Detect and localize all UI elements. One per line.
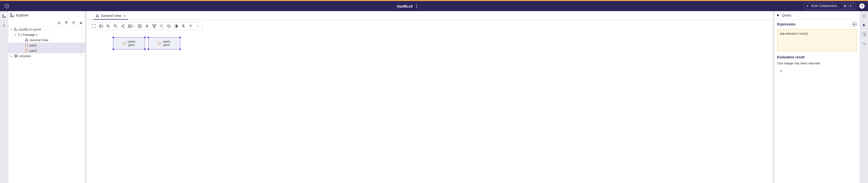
row-menu-icon[interactable]: ⋮ [79,54,85,58]
rail-explorer-icon[interactable] [1,13,7,19]
svg-rect-8 [12,16,14,17]
svg-rect-5 [5,17,6,18]
zoom-fit-icon[interactable] [99,24,103,28]
tree-label: Package 1 [23,33,78,36]
rail-link-icon[interactable] [861,41,867,47]
rail-hamburger-icon[interactable] [861,13,867,19]
row-menu-icon[interactable]: ⋮ [79,49,85,53]
chevron-right-icon[interactable]: ▸ [10,55,13,57]
chevron-down-icon[interactable]: ▾ [10,28,13,31]
row-menu-icon[interactable]: ⋮ [79,27,85,31]
object-icon [25,49,29,52]
resize-handle[interactable] [148,49,149,50]
help-icon[interactable]: ? [859,3,865,9]
resize-handle[interactable] [113,49,114,50]
run-expression-button[interactable] [852,22,857,27]
filter-tools-icon[interactable] [188,24,193,28]
svg-point-1 [416,6,417,6]
diagram-icon [25,38,29,42]
svg-rect-24 [100,26,101,27]
resize-handle[interactable] [148,36,149,38]
tree-row-part1[interactable]: part1 ⋮ [8,42,85,48]
node-stereotype: «part» [127,40,135,43]
chevron-down-icon[interactable]: ▾ [13,33,17,36]
explorer-title: Explorer [16,13,29,17]
svg-rect-7 [10,16,11,17]
query-panel: Query Expression aql:selection->size() E… [774,11,860,183]
tree-row-libraries[interactable]: ▸ Libraries ⋮ [8,53,85,59]
svg-rect-22 [98,17,99,17]
object-icon [158,42,161,45]
tree-label: part1 [30,43,78,47]
svg-rect-20 [97,14,98,15]
node-stereotype: «part» [162,40,171,43]
tree-row-package[interactable]: ▾ Package 1 ⋮ [8,32,85,37]
svg-rect-14 [27,41,28,41]
tree-row-part2[interactable]: part2 ⋮ [8,48,85,53]
sync-icon[interactable] [79,21,83,25]
run-commands-button[interactable]: RUN COMMANDS... ⌘ + K [804,3,856,10]
topbar-more-icon[interactable] [416,4,417,8]
chevron-right-icon [806,5,809,7]
svg-point-27 [123,25,124,25]
node-label: part1 [127,43,135,47]
evaluation-heading: Evaluation result [777,55,857,59]
share-icon[interactable] [121,24,125,28]
redo-arrange-icon[interactable] [159,24,164,28]
node-part1[interactable]: «part» part1 [113,37,145,50]
filter-icon[interactable] [71,21,76,25]
pin-icon[interactable] [181,24,186,28]
expression-input[interactable]: aql:selection->size() [777,29,857,51]
node-part2[interactable]: «part» part2 [148,37,180,50]
svg-rect-4 [2,17,4,18]
zoom-out-icon[interactable] [113,24,118,28]
folder-icon [18,33,22,36]
svg-rect-32 [153,25,154,25]
row-menu-icon[interactable]: ⋮ [79,43,85,47]
svg-rect-34 [154,27,155,28]
run-commands-label: RUN COMMANDS... [811,4,840,8]
hide-icon[interactable] [166,24,171,28]
svg-rect-3 [2,14,4,16]
svg-rect-33 [155,25,156,25]
transparency-icon[interactable] [174,24,178,28]
explorer-header-icon [10,13,14,17]
upload-icon[interactable] [64,21,68,25]
rail-details-icon[interactable] [861,31,867,37]
rail-validation-icon[interactable] [1,22,7,28]
tree-row-root[interactable]: ▾ SysMLv2.sysml ⋮ [8,27,85,32]
svg-rect-18 [16,55,16,57]
svg-rect-12 [26,38,27,39]
resize-handle[interactable] [113,36,114,38]
model-file-icon [14,28,18,31]
image-export-icon[interactable] [128,24,132,28]
left-sidebar-rail [0,11,8,183]
snap-icon[interactable] [145,24,149,28]
svg-point-28 [121,26,122,27]
expression-text: aql:selection->size() [780,32,808,35]
rail-play-icon[interactable] [861,22,867,28]
project-title: SysMLv2 [397,4,413,8]
layout-icon[interactable] [152,24,156,28]
chevron-down-icon[interactable] [133,25,135,27]
svg-rect-39 [864,34,865,35]
tab-general-view[interactable]: General View ✕ [93,12,128,20]
tab-label: General View [101,14,121,18]
canvas-panel: General View ✕ [86,11,773,183]
resize-handle[interactable] [179,36,181,38]
tree-row-general-view[interactable]: General View [8,37,85,42]
diagram-canvas[interactable]: «part» part1 «part» part2 [87,32,773,183]
tab-close-icon[interactable]: ✕ [123,14,126,18]
play-icon[interactable] [777,14,780,17]
fit-screen-icon[interactable] [92,24,96,28]
new-item-icon[interactable] [57,21,61,25]
resize-handle[interactable] [144,49,146,50]
more-tools-chevron-icon[interactable] [196,24,200,28]
zoom-in-icon[interactable] [106,24,111,28]
resize-handle[interactable] [179,49,181,50]
resize-handle[interactable] [144,36,146,38]
evaluation-message: One integer has been returned [777,61,857,65]
svg-point-31 [129,25,130,26]
grid-icon[interactable] [137,24,142,28]
row-menu-icon[interactable]: ⋮ [79,33,85,36]
